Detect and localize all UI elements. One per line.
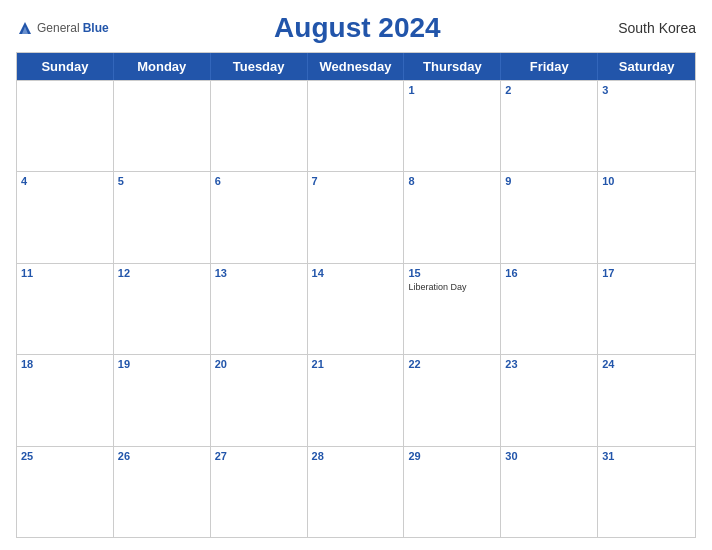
day-cell: 1 [404, 81, 501, 171]
day-cell: 19 [114, 355, 211, 445]
day-header-wednesday: Wednesday [308, 53, 405, 80]
day-number: 4 [21, 175, 109, 188]
day-cell: 25 [17, 447, 114, 537]
day-number: 23 [505, 358, 593, 371]
day-number: 9 [505, 175, 593, 188]
day-cell: 13 [211, 264, 308, 354]
day-header-thursday: Thursday [404, 53, 501, 80]
logo-area: General Blue [16, 19, 109, 37]
day-number: 11 [21, 267, 109, 280]
day-number: 22 [408, 358, 496, 371]
day-number: 3 [602, 84, 691, 97]
week-row-1: 123 [17, 80, 695, 171]
day-cell: 7 [308, 172, 405, 262]
day-cell: 6 [211, 172, 308, 262]
day-cell: 21 [308, 355, 405, 445]
day-cell: 24 [598, 355, 695, 445]
day-number: 29 [408, 450, 496, 463]
day-cell: 4 [17, 172, 114, 262]
day-cell [114, 81, 211, 171]
day-number: 7 [312, 175, 400, 188]
day-number: 21 [312, 358, 400, 371]
day-number: 27 [215, 450, 303, 463]
country-label: South Korea [606, 20, 696, 36]
day-headers-row: SundayMondayTuesdayWednesdayThursdayFrid… [17, 53, 695, 80]
day-cell: 3 [598, 81, 695, 171]
day-header-sunday: Sunday [17, 53, 114, 80]
day-number: 24 [602, 358, 691, 371]
event-label: Liberation Day [408, 282, 496, 293]
day-cell: 15Liberation Day [404, 264, 501, 354]
day-number: 6 [215, 175, 303, 188]
day-header-saturday: Saturday [598, 53, 695, 80]
day-number: 10 [602, 175, 691, 188]
day-number: 30 [505, 450, 593, 463]
day-number: 12 [118, 267, 206, 280]
day-cell: 28 [308, 447, 405, 537]
day-number: 5 [118, 175, 206, 188]
day-header-friday: Friday [501, 53, 598, 80]
week-row-5: 25262728293031 [17, 446, 695, 537]
day-cell: 10 [598, 172, 695, 262]
day-number: 20 [215, 358, 303, 371]
week-row-2: 45678910 [17, 171, 695, 262]
month-title: August 2024 [109, 12, 606, 44]
logo-text: General Blue [16, 19, 109, 37]
day-header-monday: Monday [114, 53, 211, 80]
day-number: 16 [505, 267, 593, 280]
day-cell [211, 81, 308, 171]
day-cell: 8 [404, 172, 501, 262]
day-cell: 30 [501, 447, 598, 537]
logo-blue-text: Blue [83, 21, 109, 35]
day-cell: 27 [211, 447, 308, 537]
day-cell [308, 81, 405, 171]
day-number: 28 [312, 450, 400, 463]
day-number: 25 [21, 450, 109, 463]
day-cell: 18 [17, 355, 114, 445]
day-number: 8 [408, 175, 496, 188]
day-number: 26 [118, 450, 206, 463]
day-cell: 12 [114, 264, 211, 354]
logo-general-text: General [37, 21, 80, 35]
week-row-3: 1112131415Liberation Day1617 [17, 263, 695, 354]
day-number: 18 [21, 358, 109, 371]
day-number: 1 [408, 84, 496, 97]
day-cell: 5 [114, 172, 211, 262]
weeks-container: 123456789101112131415Liberation Day16171… [17, 80, 695, 537]
day-cell: 31 [598, 447, 695, 537]
day-cell: 26 [114, 447, 211, 537]
day-cell: 14 [308, 264, 405, 354]
day-cell: 29 [404, 447, 501, 537]
day-number: 19 [118, 358, 206, 371]
calendar-grid: SundayMondayTuesdayWednesdayThursdayFrid… [16, 52, 696, 538]
day-cell: 22 [404, 355, 501, 445]
day-number: 2 [505, 84, 593, 97]
week-row-4: 18192021222324 [17, 354, 695, 445]
day-cell: 16 [501, 264, 598, 354]
day-cell: 17 [598, 264, 695, 354]
day-number: 15 [408, 267, 496, 280]
day-number: 31 [602, 450, 691, 463]
day-cell [17, 81, 114, 171]
calendar-container: General Blue August 2024 South Korea Sun… [0, 0, 712, 550]
day-number: 13 [215, 267, 303, 280]
day-cell: 20 [211, 355, 308, 445]
generalblue-icon [16, 19, 34, 37]
calendar-header: General Blue August 2024 South Korea [16, 12, 696, 44]
day-header-tuesday: Tuesday [211, 53, 308, 80]
day-number: 17 [602, 267, 691, 280]
day-cell: 9 [501, 172, 598, 262]
day-cell: 23 [501, 355, 598, 445]
day-number: 14 [312, 267, 400, 280]
day-cell: 2 [501, 81, 598, 171]
day-cell: 11 [17, 264, 114, 354]
